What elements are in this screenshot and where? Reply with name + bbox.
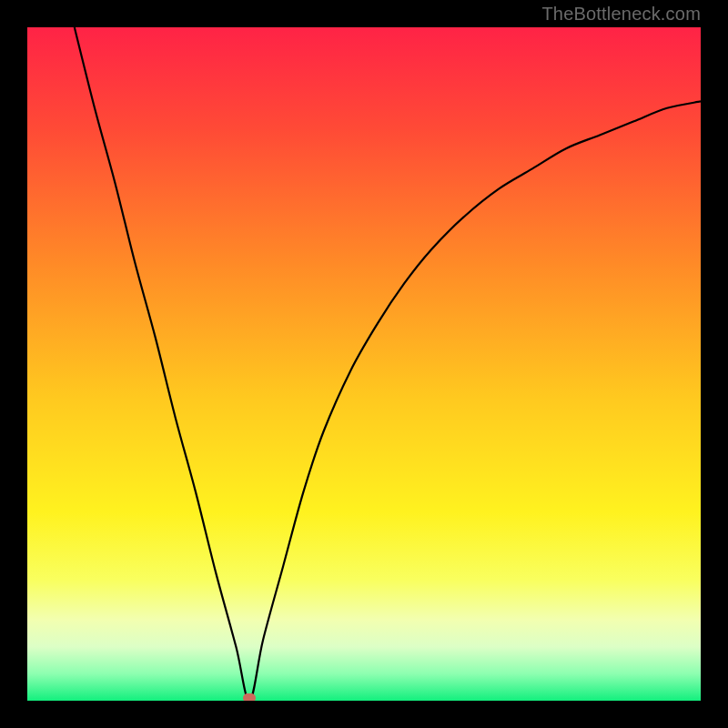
chart-frame: TheBottleneck.com: [0, 0, 728, 728]
curve-layer: [27, 27, 701, 701]
optimal-point-marker: [243, 693, 256, 701]
watermark-text: TheBottleneck.com: [541, 4, 701, 25]
bottleneck-curve: [75, 27, 701, 701]
plot-area: [27, 27, 701, 701]
